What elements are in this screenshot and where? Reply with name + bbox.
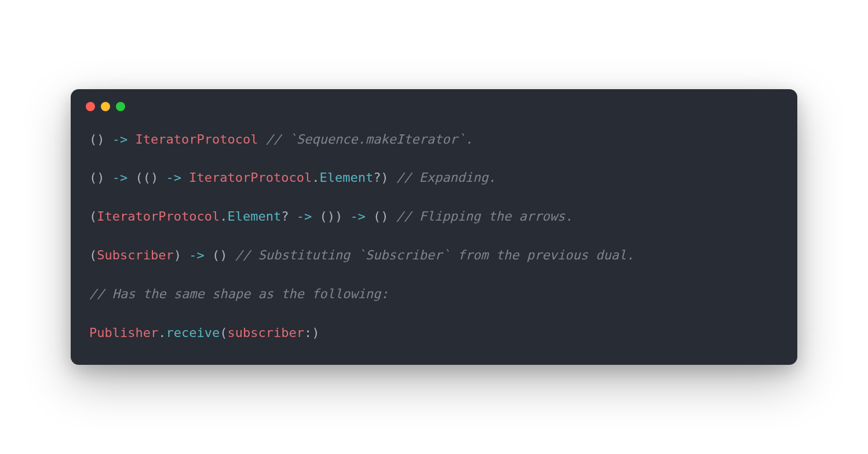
code-comment: // Expanding. (396, 170, 496, 185)
code-token: -> (189, 248, 205, 262)
code-token: ( (89, 248, 97, 262)
code-token: IteratorProtocol (97, 209, 220, 224)
code-token: . (158, 325, 166, 340)
code-token: -> (112, 132, 128, 147)
code-token: receive (166, 325, 220, 340)
titlebar (71, 89, 797, 117)
code-token: ( (89, 209, 97, 224)
code-token: :) (304, 325, 320, 340)
code-token: -> (297, 209, 312, 224)
code-comment: // Flipping the arrows. (396, 209, 573, 224)
code-line-2: () -> (() -> IteratorProtocol.Element?) … (89, 169, 779, 187)
code-line-1: () -> IteratorProtocol // `Sequence.make… (89, 131, 779, 149)
code-line-3: (IteratorProtocol.Element? -> ()) -> () … (89, 208, 779, 226)
code-line-6: Publisher.receive(subscriber:) (89, 324, 779, 342)
code-line-5: // Has the same shape as the following: (89, 285, 779, 303)
minimize-icon[interactable] (101, 102, 110, 111)
code-token: subscriber (227, 325, 304, 340)
code-token: () (89, 170, 112, 185)
code-token: Element (319, 170, 373, 185)
code-token: IteratorProtocol (189, 170, 312, 185)
code-token: () (89, 132, 112, 147)
code-token: -> (112, 170, 128, 185)
code-token (127, 132, 135, 147)
code-token: Element (227, 209, 281, 224)
code-token: -> (166, 170, 181, 185)
code-token: () (366, 209, 396, 224)
code-comment: // Substituting `Subscriber` from the pr… (235, 248, 634, 262)
close-icon[interactable] (86, 102, 95, 111)
code-token: Publisher (89, 325, 158, 340)
code-token: -> (350, 209, 366, 224)
code-token: ( (220, 325, 227, 340)
code-comment: // Has the same shape as the following: (89, 287, 389, 301)
code-comment: // `Sequence.makeIterator`. (266, 132, 473, 147)
code-token: . (220, 209, 227, 224)
code-body: () -> IteratorProtocol // `Sequence.make… (71, 117, 797, 365)
code-token: ? (281, 209, 297, 224)
code-token: . (312, 170, 319, 185)
code-token: () (205, 248, 235, 262)
code-token: ()) (312, 209, 350, 224)
code-token: ?) (373, 170, 396, 185)
code-token: Subscriber (97, 248, 173, 262)
code-line-4: (Subscriber) -> () // Substituting `Subs… (89, 247, 779, 265)
code-window: () -> IteratorProtocol // `Sequence.make… (71, 89, 797, 365)
maximize-icon[interactable] (116, 102, 125, 111)
code-token: (() (127, 170, 166, 185)
code-token: IteratorProtocol (136, 132, 258, 147)
code-token: ) (174, 248, 189, 262)
code-token (181, 170, 189, 185)
code-token (258, 132, 265, 147)
